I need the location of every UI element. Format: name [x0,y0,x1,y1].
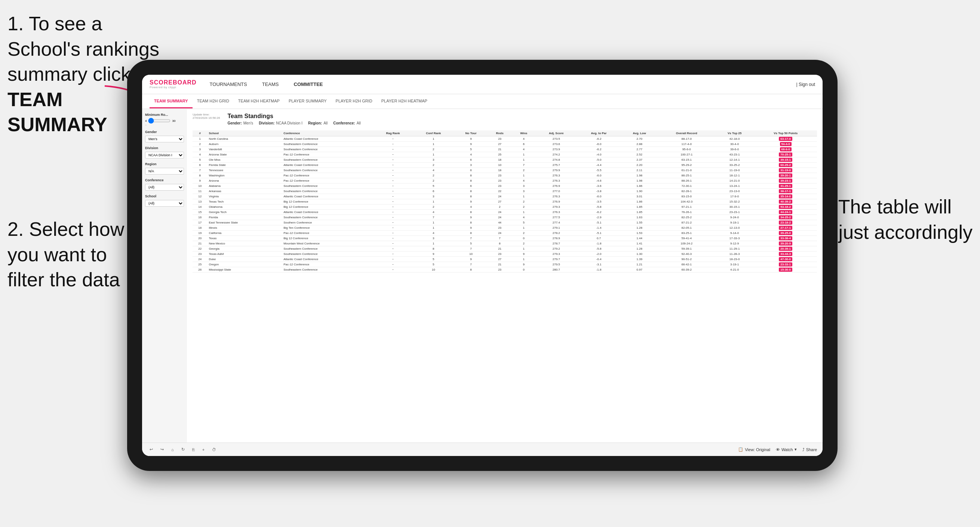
cell: 7 [488,236,512,241]
table-header: Update time: 27/03/2024 16:56:26 Team St… [192,113,817,128]
toolbar-add[interactable]: + [200,447,207,452]
cell: 9-24-0 [715,215,754,220]
toolbar-copy[interactable]: ⎘ [190,447,197,452]
slider-indicator: ○ [145,124,184,126]
table-row: 5Ole MissSoutheastern Conference~3618127… [192,157,817,163]
cell: 82-28-1 [659,189,715,194]
cell: 276.3 [535,194,577,199]
table-row: 3VanderbiltSoutheastern Conference~25214… [192,147,817,152]
subnav-player-h2h-heatmap[interactable]: PLAYER H2H HEATMAP [377,94,432,108]
filter-gender: Gender Men's [145,130,184,143]
filter-gender-select[interactable]: Men's [145,136,184,143]
nav-committee[interactable]: COMMITTEE [292,81,325,87]
cell: 279.2 [535,246,577,252]
cell: 7 [454,262,488,267]
toolbar-watch[interactable]: 👁 Watch ▾ [776,447,797,452]
cell: 2.70 [620,137,659,142]
cell-left: Southeastern Conference [282,215,373,220]
sign-out-link[interactable]: | Sign out [796,82,816,87]
cell: 40-39-2 [754,199,817,205]
cell: 16 [192,215,207,220]
cell: 10 [488,163,512,168]
toolbar-refresh[interactable]: ↻ [180,446,186,452]
cell: 12 [192,194,207,199]
cell: 4 [192,152,207,157]
filter-school-select[interactable]: (All) [145,200,184,207]
cell: 90-51-2 [659,257,715,262]
cell: 10 [192,184,207,189]
cell: 1 [512,157,535,163]
cell-left: Atlantic Coast Conference [282,137,373,142]
cell: 63-15-1 [659,157,715,163]
cell: 3 [512,189,535,194]
toolbar-home[interactable]: ⌂ [169,447,176,452]
cell: 27-17-1 [754,225,817,230]
cell: 39-15-1 [754,157,817,163]
cell: 43-23-1 [715,152,754,157]
cell: 38-17-1 [754,189,817,194]
cell-left: Southeastern Conference [282,157,373,163]
col-rank: # [192,130,207,137]
col-overall-record: Overall Record [659,130,715,137]
cell: -1.4 [577,225,620,230]
toolbar-clock[interactable]: ⏱ [210,447,218,452]
cell: 14 [192,205,207,210]
cell: ~ [374,189,413,194]
toolbar-view-original[interactable]: 📋 View: Original [738,447,770,452]
col-school: School [207,130,282,137]
toolbar-redo[interactable]: ↪ [159,446,165,452]
toolbar-undo[interactable]: ↩ [148,446,155,452]
col-vs-top-25: Vs Top 25 [715,130,754,137]
cell-left: Southeastern Conference [282,267,373,273]
cell: 23-13-0 [715,189,754,194]
cell: 23 [488,267,512,273]
subnav-team-h2h-grid[interactable]: TEAM H2H GRID [192,94,234,108]
slider-max-value: 30 [172,119,175,122]
cell: 18 [488,168,512,173]
subnav-team-h2h-heatmap[interactable]: TEAM H2H HEATMAP [234,94,284,108]
cell: 1.28 [620,246,659,252]
nav-teams[interactable]: TEAMS [260,81,281,87]
cell: 6 [454,168,488,173]
filter-conference: Conference (All) [145,178,184,190]
cell: -3.5 [577,199,620,205]
cell: -3.1 [577,262,620,267]
cell: 23-18-2 [754,220,817,225]
cell: 117-4-0 [659,142,715,147]
cell-left: Virginia [207,194,282,199]
filter-division-select[interactable]: NCAA Division I [145,152,184,159]
filter-region-select[interactable]: N/A [145,168,184,175]
filter-conference-select[interactable]: (All) [145,184,184,190]
cell: 279.7 [535,257,577,262]
minimum-slider[interactable] [148,118,170,124]
cell: ~ [374,225,413,230]
cell: 35-14-0 [754,194,817,199]
cell: 273.9 [535,147,577,152]
cell: 18-12-1 [715,173,754,178]
cell: 15-32-2 [715,199,754,205]
cell: 4 [412,168,454,173]
toolbar-share[interactable]: ⤴ Share [802,448,817,452]
subnav-team-summary[interactable]: TEAM SUMMARY [150,94,192,108]
cell: 1.86 [620,184,659,189]
cell: 13-24-1 [715,184,754,189]
cell: 21 [488,262,512,267]
cell: 24 [488,215,512,220]
subnav-player-summary[interactable]: PLAYER SUMMARY [284,94,331,108]
cell-left: Southeastern Conference [282,189,373,194]
cell: -5.0 [577,157,620,163]
cell: 39-6-0 [715,147,754,152]
cell: ~ [374,152,413,157]
cell: 1.86 [620,199,659,205]
app-nav: SCOREBOARD Powered by clippi TOURNAMENTS… [142,75,822,94]
cell: 2 [512,205,535,210]
subnav-player-h2h-grid[interactable]: PLAYER H2H GRID [331,94,377,108]
cell: 276.3 [535,210,577,215]
cell: 82-25-2 [659,215,715,220]
filter-region-display: Region: All [308,121,328,125]
nav-tournaments[interactable]: TOURNAMENTS [208,81,249,87]
cell: 23-33-1 [754,262,817,267]
cell: 2 [192,142,207,147]
cell: 6 [412,189,454,194]
cell: 276.3 [535,178,577,184]
